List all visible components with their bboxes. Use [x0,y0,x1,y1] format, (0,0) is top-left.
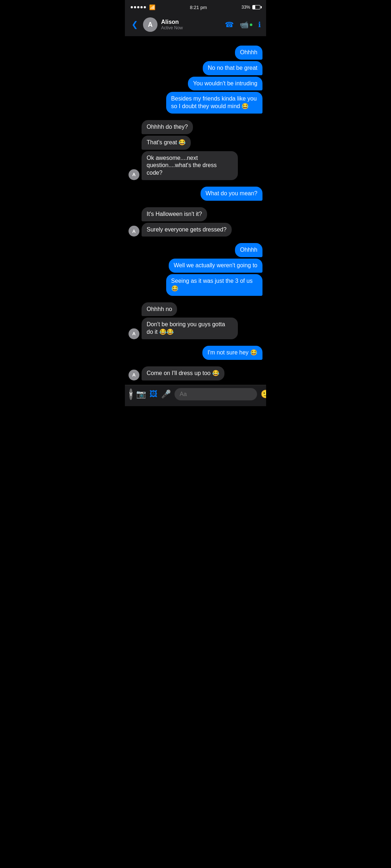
bubble-received: Come on I'll dress up too 😂 [142,366,224,380]
bubble-received: Don't be boring you guys gotta do it 😂😂 [142,318,238,339]
message-row-sent: Ohhhh [129,243,262,257]
status-right: 33% [241,5,260,10]
bubble-received: That's great 😂 [142,136,191,150]
wifi-icon: 📶 [149,4,155,10]
status-left: 📶 [131,4,155,10]
message-row-sent: No no that be great [129,61,262,75]
message-row-sent: Besides my friends kinda like you so I d… [129,92,262,114]
message-row-sent: Ohhhh [129,46,262,60]
message-row-sent: What do you mean? [129,187,262,201]
bottom-toolbar: Y 📷 🖼 🎤 🙂 👍 [125,385,266,406]
chat-header: ❮ A Alison Active Now ☎ 📹 ℹ [125,13,266,36]
bubble-received: Ohhhh do they? [142,120,193,134]
message-row-received: Ohhhh no [129,302,262,316]
message-row-received: It's Halloween isn't it? [129,207,262,221]
message-row-received: That's great 😂 [129,136,262,150]
bubble-sent: Well we actually weren't going to [169,259,262,273]
bubble-received: Surely everyone gets dressed? [142,223,232,237]
message-row-sent: You wouldn't be intruding [129,77,262,91]
message-row-received: ACome on I'll dress up too 😂 [129,366,262,380]
bubble-sent: Ohhhh [235,46,262,60]
message-row-sent: Well we actually weren't going to [129,259,262,273]
bubble-sent: What do you mean? [201,187,262,201]
back-button[interactable]: ❮ [130,18,139,31]
message-row-sent: I'm not sure hey 😂 [129,346,262,360]
active-dot [250,24,252,26]
message-input[interactable] [175,388,257,400]
message-row-sent: Seeing as it was just the 3 of us 😂 [129,274,262,296]
bubble-received: Ohhhh no [142,302,177,316]
bubble-sent: Seeing as it was just the 3 of us 😂 [166,274,262,296]
message-row-received: ASurely everyone gets dressed? [129,223,262,237]
bubble-sent: Besides my friends kinda like you so I d… [166,92,262,114]
sender-avatar: A [129,328,139,339]
bubble-sent: I'm not sure hey 😂 [202,346,262,360]
info-icon[interactable]: ℹ [258,20,261,29]
contact-name[interactable]: Alison [161,19,221,25]
my-avatar: Y [129,388,133,400]
bubble-sent: You wouldn't be intruding [188,77,262,91]
message-row-received: Ohhhh do they? [129,120,262,134]
mic-icon[interactable]: 🎤 [161,390,171,399]
contact-info: Alison Active Now [161,19,221,30]
bubble-sent: No no that be great [203,61,262,75]
camera-icon[interactable]: 📷 [136,390,146,399]
phone-icon[interactable]: ☎ [225,20,234,29]
video-call-icon[interactable]: 📹 [240,20,252,29]
sender-avatar: A [129,169,139,180]
contact-status: Active Now [161,25,221,30]
chat-area: OhhhhNo no that be greatYou wouldn't be … [125,36,266,385]
battery-percentage: 33% [241,5,250,10]
bubble-received: It's Halloween isn't it? [142,207,207,221]
status-bar: 📶 8:21 pm 33% [125,0,266,13]
signal-dots [131,6,146,8]
emoji-button[interactable]: 🙂 [261,390,266,399]
message-row-received: AOk awesome....next question....what's t… [129,151,262,180]
header-actions: ☎ 📹 ℹ [225,20,261,29]
bubble-sent: Ohhhh [235,243,262,257]
status-time: 8:21 pm [190,5,207,10]
message-row-received: ADon't be boring you guys gotta do it 😂😂 [129,318,262,339]
battery-icon [252,5,260,9]
photo-icon[interactable]: 🖼 [150,390,157,399]
sender-avatar: A [129,370,139,380]
sender-avatar: A [129,226,139,237]
bubble-received: Ok awesome....next question....what's th… [142,151,238,180]
contact-avatar[interactable]: A [143,17,157,32]
